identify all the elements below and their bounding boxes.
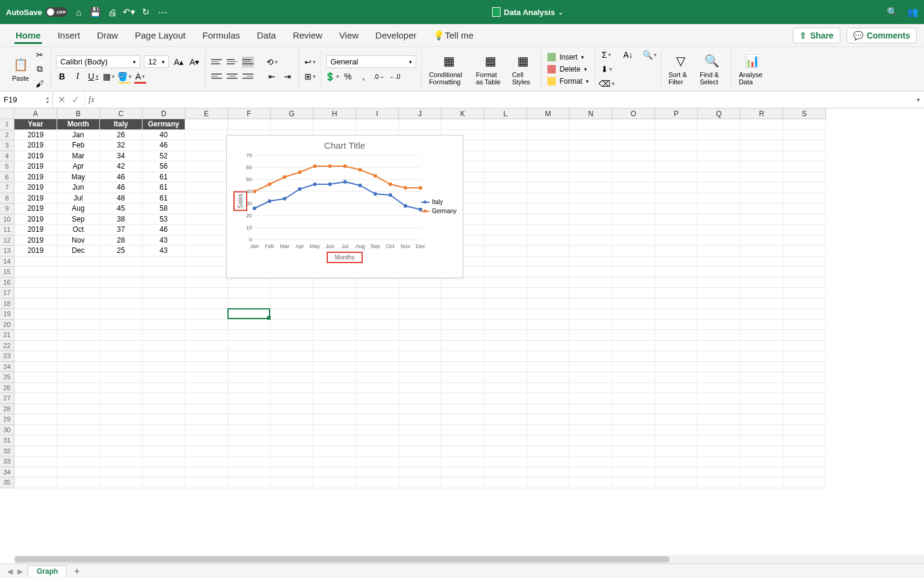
cell[interactable]: Nov bbox=[57, 235, 100, 246]
cell[interactable] bbox=[399, 288, 442, 299]
cell[interactable] bbox=[484, 161, 527, 172]
cell[interactable]: 48 bbox=[100, 193, 143, 204]
cell[interactable] bbox=[570, 435, 612, 446]
cell[interactable] bbox=[484, 456, 527, 467]
cell[interactable] bbox=[399, 362, 442, 373]
cell[interactable] bbox=[570, 267, 612, 278]
cell[interactable] bbox=[100, 330, 143, 341]
cell[interactable] bbox=[570, 456, 612, 467]
cell[interactable] bbox=[442, 477, 484, 488]
cell[interactable] bbox=[484, 182, 527, 193]
cell[interactable] bbox=[100, 383, 143, 394]
cell[interactable] bbox=[741, 256, 783, 267]
cell[interactable] bbox=[655, 204, 698, 214]
column-header[interactable]: R bbox=[741, 108, 783, 119]
row-header[interactable]: 10 bbox=[0, 214, 14, 225]
cell[interactable] bbox=[783, 330, 826, 341]
cell[interactable] bbox=[313, 414, 356, 425]
cell[interactable]: 38 bbox=[100, 214, 143, 225]
cell[interactable] bbox=[100, 477, 143, 488]
cell[interactable] bbox=[399, 414, 442, 425]
cell[interactable] bbox=[356, 372, 399, 383]
cell[interactable] bbox=[14, 467, 57, 478]
cell[interactable] bbox=[484, 372, 527, 383]
cell[interactable] bbox=[100, 320, 143, 331]
cell[interactable] bbox=[442, 393, 484, 404]
cell[interactable] bbox=[783, 246, 826, 256]
cell[interactable] bbox=[741, 214, 783, 225]
cell[interactable] bbox=[655, 383, 698, 394]
cell[interactable] bbox=[14, 278, 57, 288]
row-header[interactable]: 13 bbox=[0, 246, 14, 256]
row-header[interactable]: 11 bbox=[0, 225, 14, 235]
cell[interactable] bbox=[143, 425, 185, 436]
cell[interactable]: 2019 bbox=[14, 130, 57, 141]
cell[interactable] bbox=[655, 351, 698, 362]
cell[interactable] bbox=[185, 151, 228, 162]
cell[interactable] bbox=[57, 477, 100, 488]
cell[interactable] bbox=[356, 383, 399, 394]
cell[interactable] bbox=[527, 151, 570, 162]
cell[interactable] bbox=[484, 288, 527, 299]
cell[interactable] bbox=[527, 372, 570, 383]
cell[interactable] bbox=[143, 362, 185, 373]
cell[interactable] bbox=[185, 309, 228, 320]
cell[interactable] bbox=[570, 467, 612, 478]
cell[interactable] bbox=[783, 278, 826, 288]
clear-button[interactable]: ⌫ bbox=[600, 78, 612, 90]
cell[interactable] bbox=[612, 467, 655, 478]
cell[interactable] bbox=[57, 372, 100, 383]
chart-plot-area[interactable]: Sales010203040506070JanFebMarAprMayJunJu… bbox=[244, 153, 408, 249]
cell[interactable] bbox=[612, 151, 655, 162]
cell[interactable] bbox=[228, 404, 271, 415]
cell[interactable] bbox=[143, 256, 185, 267]
cell[interactable] bbox=[356, 309, 399, 320]
cell[interactable] bbox=[442, 372, 484, 383]
ribbon-tab-review[interactable]: Review bbox=[285, 24, 331, 46]
cell[interactable] bbox=[527, 119, 570, 130]
cell[interactable]: 46 bbox=[143, 140, 185, 151]
cell[interactable] bbox=[228, 467, 271, 478]
cell[interactable] bbox=[484, 225, 527, 235]
cell[interactable] bbox=[57, 267, 100, 278]
more-icon[interactable]: ⋯ bbox=[158, 7, 168, 17]
cell[interactable] bbox=[655, 235, 698, 246]
cell[interactable] bbox=[570, 477, 612, 488]
cell[interactable] bbox=[612, 278, 655, 288]
cell[interactable] bbox=[612, 182, 655, 193]
cell[interactable] bbox=[570, 393, 612, 404]
cell[interactable]: Year bbox=[14, 119, 57, 130]
cell[interactable] bbox=[143, 456, 185, 467]
ribbon-tab-view[interactable]: View bbox=[331, 24, 367, 46]
cell[interactable] bbox=[612, 372, 655, 383]
cell[interactable] bbox=[698, 362, 741, 373]
cell[interactable] bbox=[14, 435, 57, 446]
ribbon-tab-data[interactable]: Data bbox=[248, 24, 285, 46]
cell[interactable] bbox=[698, 351, 741, 362]
cell[interactable] bbox=[612, 477, 655, 488]
column-header[interactable]: F bbox=[228, 108, 271, 119]
cell[interactable] bbox=[655, 161, 698, 172]
find-select-button[interactable]: 🔍Find & Select bbox=[697, 51, 726, 87]
cell[interactable] bbox=[783, 140, 826, 151]
cell[interactable] bbox=[100, 414, 143, 425]
cell[interactable] bbox=[356, 341, 399, 352]
cell[interactable] bbox=[143, 404, 185, 415]
cell[interactable] bbox=[399, 393, 442, 404]
cell[interactable] bbox=[399, 320, 442, 331]
cell[interactable] bbox=[612, 235, 655, 246]
cell[interactable] bbox=[143, 267, 185, 278]
cell[interactable] bbox=[313, 477, 356, 488]
cell[interactable] bbox=[57, 351, 100, 362]
cell[interactable]: Oct bbox=[57, 225, 100, 235]
cell[interactable] bbox=[698, 299, 741, 309]
cell[interactable] bbox=[442, 456, 484, 467]
cell[interactable] bbox=[783, 288, 826, 299]
chart-x-axis-label[interactable]: Months bbox=[327, 252, 363, 263]
cell[interactable] bbox=[612, 320, 655, 331]
cell[interactable] bbox=[143, 330, 185, 341]
cell[interactable] bbox=[698, 161, 741, 172]
cell[interactable] bbox=[442, 320, 484, 331]
chart-title[interactable]: Chart Title bbox=[227, 135, 463, 153]
column-header[interactable]: L bbox=[484, 108, 527, 119]
